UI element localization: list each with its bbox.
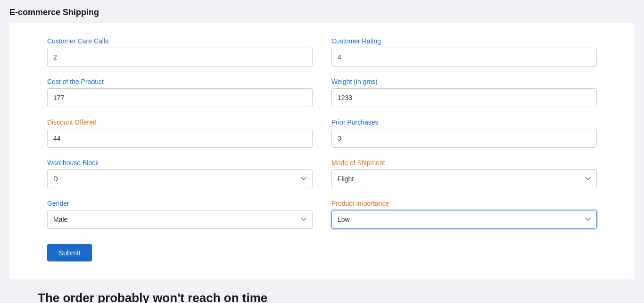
customer-care-calls-input[interactable] <box>47 48 313 67</box>
page-title: E-commerce Shipping <box>0 0 644 23</box>
product-importance-group: Product Importance Low Medium High <box>331 200 597 229</box>
weight-label: Weight (in gms) <box>331 78 597 85</box>
product-importance-select[interactable]: Low Medium High <box>331 210 597 229</box>
mode-of-shipment-select[interactable]: Flight Ship Road <box>331 169 597 188</box>
product-importance-label: Product Importance <box>331 200 597 207</box>
discount-offered-label: Discount Offered <box>47 118 313 126</box>
cost-of-product-input[interactable] <box>47 88 313 107</box>
customer-rating-label: Customer Rating <box>331 37 597 45</box>
mode-of-shipment-group: Mode of Shipment Flight Ship Road <box>331 159 597 188</box>
submit-row: Submit <box>47 240 597 265</box>
customer-rating-input[interactable] <box>331 48 597 67</box>
customer-care-calls-label: Customer Care Calls <box>47 37 313 45</box>
weight-input[interactable] <box>331 88 597 107</box>
customer-care-calls-group: Customer Care Calls <box>47 37 313 67</box>
prior-purchases-input[interactable] <box>331 129 597 148</box>
submit-button[interactable]: Submit <box>47 244 92 261</box>
customer-rating-group: Customer Rating <box>331 37 597 67</box>
result-text: The order probably won't reach on time <box>38 291 606 303</box>
cost-of-product-group: Cost of the Product <box>47 78 313 107</box>
discount-offered-group: Discount Offered <box>47 118 313 148</box>
form-container: Customer Care Calls Customer Rating Cost… <box>9 23 635 279</box>
discount-offered-input[interactable] <box>47 129 313 148</box>
prior-purchases-label: Prior Purchases <box>331 118 597 126</box>
gender-group: Gender Male Female <box>47 200 313 229</box>
result-section: The order probably won't reach on time <box>0 279 644 303</box>
weight-group: Weight (in gms) <box>331 78 597 107</box>
gender-select[interactable]: Male Female <box>47 210 313 229</box>
prior-purchases-group: Prior Purchases <box>331 118 597 148</box>
warehouse-block-select[interactable]: A B C D F <box>47 169 313 188</box>
gender-label: Gender <box>47 200 313 207</box>
mode-of-shipment-label: Mode of Shipment <box>331 159 597 167</box>
warehouse-block-label: Warehouse Block <box>47 159 313 167</box>
cost-of-product-label: Cost of the Product <box>47 78 313 85</box>
warehouse-block-group: Warehouse Block A B C D F <box>47 159 313 188</box>
